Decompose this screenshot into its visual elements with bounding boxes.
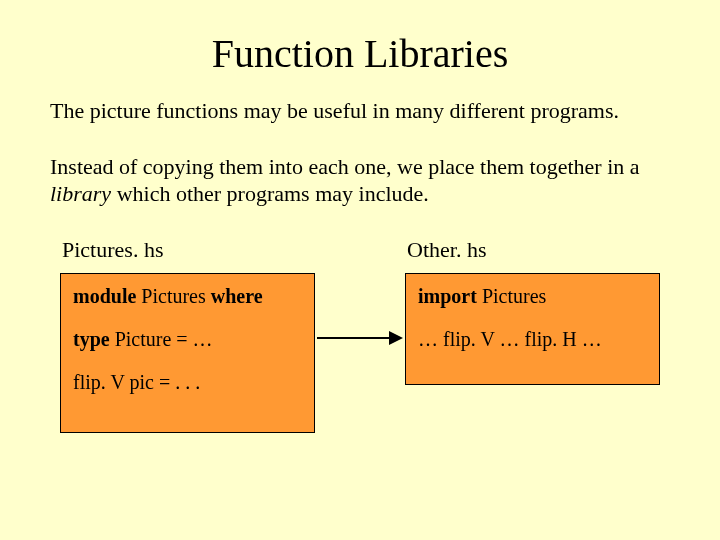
arrow-column	[315, 236, 405, 350]
keyword-type: type	[73, 328, 110, 350]
svg-marker-1	[389, 331, 403, 345]
paragraph-1: The picture functions may be useful in m…	[50, 97, 670, 125]
paragraph-2: Instead of copying them into each one, w…	[50, 153, 670, 208]
keyword-import: import	[418, 285, 477, 307]
left-line-3: flip. V pic = . . .	[73, 370, 302, 395]
right-code-box: import Pictures … flip. V … flip. H …	[405, 273, 660, 385]
right-line-1: import Pictures	[418, 284, 647, 309]
paragraph-2-em: library	[50, 181, 111, 206]
slide: Function Libraries The picture functions…	[0, 0, 720, 540]
paragraph-2-b: which other programs may include.	[111, 181, 429, 206]
right-line-1-rest: Pictures	[477, 285, 546, 307]
keyword-module: module	[73, 285, 136, 307]
paragraph-2-a: Instead of copying them into each one, w…	[50, 154, 640, 179]
left-file-column: Pictures. hs module Pictures where type …	[60, 236, 315, 434]
left-line-1-mid: Pictures	[136, 285, 210, 307]
slide-body: The picture functions may be useful in m…	[0, 97, 720, 433]
files-row: Pictures. hs module Pictures where type …	[50, 236, 670, 434]
left-line-2-rest: Picture = …	[110, 328, 213, 350]
slide-title: Function Libraries	[0, 0, 720, 97]
right-line-2: … flip. V … flip. H …	[418, 327, 647, 352]
left-line-2: type Picture = …	[73, 327, 302, 352]
left-line-1: module Pictures where	[73, 284, 302, 309]
left-code-box: module Pictures where type Picture = … f…	[60, 273, 315, 433]
right-file-label: Other. hs	[405, 236, 660, 264]
right-file-column: Other. hs import Pictures … flip. V … fl…	[405, 236, 660, 386]
keyword-where: where	[211, 285, 263, 307]
arrow-icon	[315, 326, 405, 350]
left-file-label: Pictures. hs	[60, 236, 315, 264]
